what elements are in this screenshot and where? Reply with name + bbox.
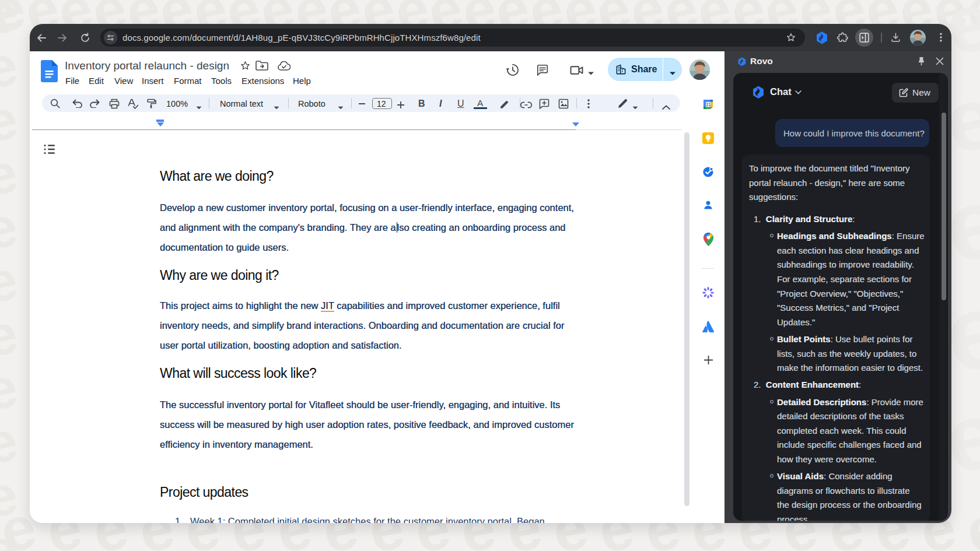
svg-text:31: 31 — [705, 101, 711, 107]
